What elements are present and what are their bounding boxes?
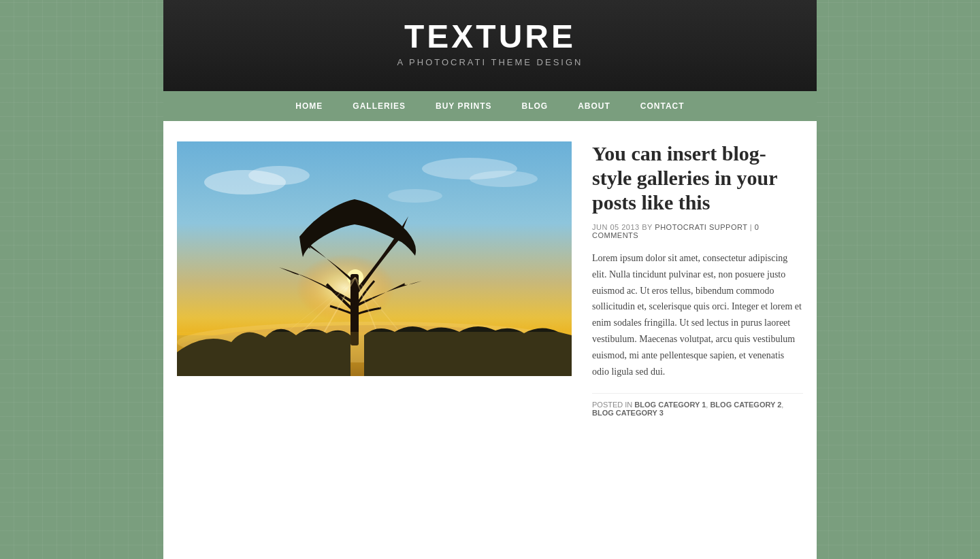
- post-excerpt: Lorem ipsum dolor sit amet, consectetur …: [592, 250, 803, 379]
- post-image-wrapper: [177, 141, 572, 376]
- post-date: JUN 05 2013: [592, 223, 640, 231]
- nav-link-galleries[interactable]: GALLERIES: [338, 91, 421, 121]
- nav-link-buy-prints[interactable]: BUY PRINTS: [421, 91, 506, 121]
- post-title: You can insert blog-style galleries in y…: [592, 141, 803, 215]
- nav-item-galleries[interactable]: GALLERIES: [338, 91, 421, 121]
- nav-item-contact[interactable]: CONTACT: [625, 91, 700, 121]
- post-footer: POSTED IN BLOG CATEGORY 1, BLOG CATEGORY…: [592, 393, 803, 417]
- nav-link-home[interactable]: HOME: [280, 91, 338, 121]
- site-header: TEXTURE A PHOTOCRATI THEME DESIGN: [163, 0, 817, 91]
- nav-item-home[interactable]: HOME: [280, 91, 338, 121]
- category-link-2[interactable]: BLOG CATEGORY 2: [710, 401, 781, 409]
- site-wrapper: TEXTURE A PHOTOCRATI THEME DESIGN HOME G…: [163, 0, 817, 559]
- nav-item-about[interactable]: ABOUT: [563, 91, 625, 121]
- nav-item-buy-prints[interactable]: BUY PRINTS: [421, 91, 506, 121]
- site-title: TEXTURE: [177, 20, 803, 53]
- svg-point-14: [248, 166, 310, 185]
- category-link-1[interactable]: BLOG CATEGORY 1: [634, 401, 706, 409]
- nav-link-blog[interactable]: BLOG: [507, 91, 564, 121]
- posted-in-label: POSTED IN: [592, 401, 632, 409]
- post-separator: |: [750, 223, 752, 231]
- post-image: [177, 141, 572, 376]
- nav-item-blog[interactable]: BLOG: [507, 91, 564, 121]
- post-meta: JUN 05 2013 BY PHOTOCRATI SUPPORT | 0 CO…: [592, 223, 803, 239]
- svg-rect-12: [177, 332, 572, 376]
- site-subtitle: A PHOTOCRATI THEME DESIGN: [177, 57, 803, 67]
- post-image-svg: [177, 141, 572, 376]
- nav-link-about[interactable]: ABOUT: [563, 91, 625, 121]
- main-content: You can insert blog-style galleries in y…: [163, 121, 817, 437]
- nav-list: HOME GALLERIES BUY PRINTS BLOG ABOUT CON…: [280, 91, 699, 121]
- post-sidebar: You can insert blog-style galleries in y…: [592, 141, 803, 417]
- post-author-link[interactable]: PHOTOCRATI SUPPORT: [655, 223, 747, 231]
- nav-link-contact[interactable]: CONTACT: [625, 91, 700, 121]
- category-link-3[interactable]: BLOG CATEGORY 3: [592, 409, 664, 417]
- post-by: BY: [642, 223, 652, 231]
- svg-point-16: [470, 171, 538, 187]
- site-nav: HOME GALLERIES BUY PRINTS BLOG ABOUT CON…: [163, 91, 817, 121]
- svg-point-17: [388, 189, 442, 203]
